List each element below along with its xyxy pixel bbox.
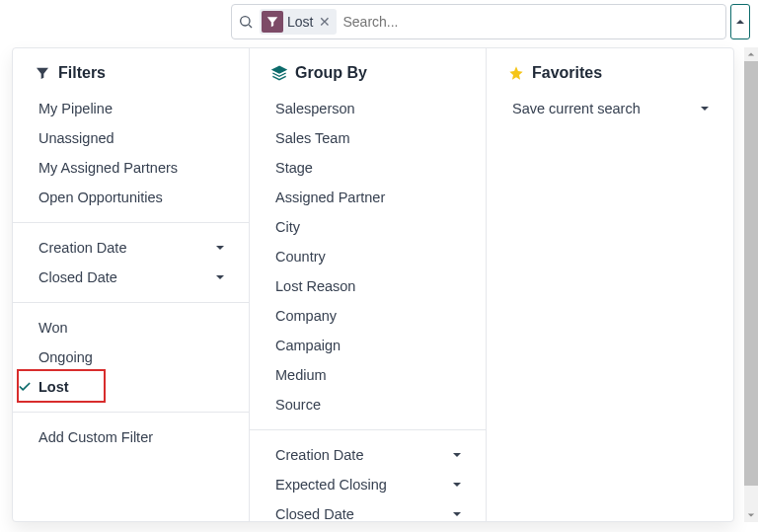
filter-unassigned-label: Unassigned — [38, 130, 114, 146]
groupby-company-label: Company — [275, 308, 337, 324]
filters-header: Filters — [35, 64, 227, 82]
check-icon — [18, 380, 32, 394]
filter-my-pipeline[interactable]: My Pipeline — [35, 94, 227, 123]
caret-down-icon — [452, 447, 462, 463]
groupby-column: Group By SalespersonSales TeamStageAssig… — [250, 48, 487, 521]
groupby-country-label: Country — [275, 249, 326, 265]
groupby-source[interactable]: Source — [271, 390, 464, 419]
svg-line-1 — [249, 25, 252, 28]
filter-ongoing[interactable]: Ongoing — [35, 342, 227, 372]
groupby-sales-team[interactable]: Sales Team — [271, 123, 464, 153]
scrollbar-up[interactable] — [744, 47, 758, 61]
groupby-city[interactable]: City — [271, 212, 464, 242]
filter-my-assigned-partners-label: My Assigned Partners — [38, 160, 178, 176]
favorites-header: Favorites — [508, 64, 712, 82]
groupby-medium-label: Medium — [275, 367, 327, 383]
layers-icon — [271, 65, 287, 81]
groupby-lost-reason[interactable]: Lost Reason — [271, 271, 464, 301]
groupby-header: Group By — [271, 64, 464, 82]
groupby-assigned-partner[interactable]: Assigned Partner — [271, 183, 464, 212]
search-chip-lost[interactable]: Lost ✕ — [260, 9, 337, 35]
groupby-city-label: City — [275, 219, 300, 235]
groupby-creation-date-label: Creation Date — [275, 447, 363, 463]
groupby-campaign[interactable]: Campaign — [271, 331, 464, 360]
groupby-source-label: Source — [275, 397, 321, 413]
groupby-country[interactable]: Country — [271, 242, 464, 271]
funnel-icon — [262, 11, 283, 33]
filter-closed-date[interactable]: Closed Date — [35, 263, 227, 292]
scrollbar-down[interactable] — [744, 508, 758, 522]
favorites-column: Favorites Save current search — [487, 48, 733, 521]
groupby-lost-reason-label: Lost Reason — [275, 278, 355, 294]
filter-unassigned[interactable]: Unassigned — [35, 123, 227, 153]
search-options-panel: Filters My PipelineUnassignedMy Assigned… — [12, 47, 734, 522]
groupby-creation-date[interactable]: Creation Date — [271, 440, 464, 470]
filter-lost-label: Lost — [38, 379, 69, 395]
groupby-salesperson-label: Salesperson — [275, 101, 355, 116]
separator — [13, 412, 249, 413]
separator — [13, 302, 249, 303]
separator — [250, 429, 486, 430]
filter-lost[interactable]: Lost — [35, 372, 227, 402]
add-custom-filter-label: Add Custom Filter — [38, 429, 153, 445]
groupby-closed-date[interactable]: Closed Date — [271, 499, 464, 521]
scrollbar-thumb[interactable] — [744, 61, 758, 486]
filter-closed-date-label: Closed Date — [38, 269, 117, 285]
filter-my-assigned-partners[interactable]: My Assigned Partners — [35, 153, 227, 183]
groupby-closed-date-label: Closed Date — [275, 506, 354, 521]
filter-my-pipeline-label: My Pipeline — [38, 101, 113, 116]
search-dropdown-toggle[interactable] — [730, 4, 750, 39]
filter-won-label: Won — [38, 320, 68, 336]
search-bar[interactable]: Lost ✕ — [231, 4, 726, 39]
svg-point-0 — [241, 17, 250, 26]
favorites-title: Favorites — [532, 64, 602, 82]
caret-down-icon — [452, 506, 462, 521]
add-custom-filter[interactable]: Add Custom Filter — [35, 422, 227, 452]
search-chip-label: Lost — [287, 14, 313, 30]
caret-down-icon — [215, 240, 225, 256]
filter-ongoing-label: Ongoing — [38, 349, 93, 365]
filters-title: Filters — [58, 64, 106, 82]
groupby-expected-closing[interactable]: Expected Closing — [271, 470, 464, 499]
groupby-title: Group By — [295, 64, 367, 82]
groupby-company[interactable]: Company — [271, 301, 464, 331]
filter-open-opportunities-label: Open Opportunities — [38, 190, 163, 205]
svg-marker-2 — [272, 66, 285, 73]
separator — [13, 222, 249, 223]
star-icon — [508, 65, 524, 81]
caret-down-icon — [215, 269, 225, 285]
groupby-stage-label: Stage — [275, 160, 313, 176]
groupby-campaign-label: Campaign — [275, 338, 341, 353]
caret-down-icon — [700, 101, 710, 116]
funnel-icon — [35, 65, 50, 81]
chip-remove-icon[interactable]: ✕ — [317, 14, 331, 30]
caret-down-icon — [452, 477, 462, 493]
groupby-salesperson[interactable]: Salesperson — [271, 94, 464, 123]
groupby-assigned-partner-label: Assigned Partner — [275, 190, 385, 205]
save-current-search-label: Save current search — [512, 101, 641, 116]
groupby-medium[interactable]: Medium — [271, 360, 464, 390]
filters-column: Filters My PipelineUnassignedMy Assigned… — [13, 48, 250, 521]
search-icon — [238, 14, 254, 30]
filter-creation-date-label: Creation Date — [38, 240, 126, 256]
filter-won[interactable]: Won — [35, 313, 227, 342]
filter-open-opportunities[interactable]: Open Opportunities — [35, 183, 227, 212]
save-current-search[interactable]: Save current search — [508, 94, 712, 123]
filter-creation-date[interactable]: Creation Date — [35, 233, 227, 263]
groupby-stage[interactable]: Stage — [271, 153, 464, 183]
caret-up-icon — [735, 17, 745, 27]
search-input[interactable] — [342, 14, 720, 30]
groupby-expected-closing-label: Expected Closing — [275, 477, 387, 493]
groupby-sales-team-label: Sales Team — [275, 130, 350, 146]
